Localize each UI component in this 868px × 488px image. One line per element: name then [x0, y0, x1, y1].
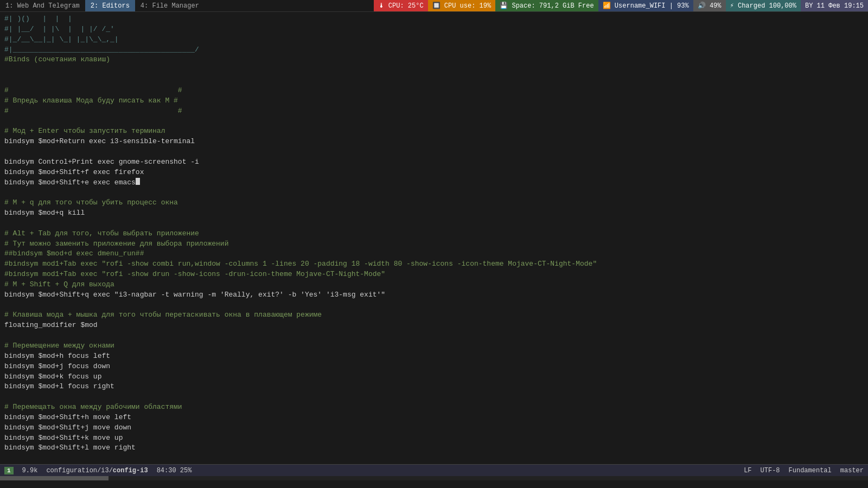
editor-line: #|_/__\__|_| \_| |_|\_\_,_|	[4, 35, 864, 45]
wifi-status: 📶 Username_WIFI | 93%	[598, 0, 693, 11]
editor-line: floating_modifier $mod	[4, 320, 864, 331]
editor[interactable]: #| )() | | |#| |__/ | |\ | | |/ /_'#|_/_…	[0, 12, 868, 464]
cpu-use-status: 🔲 CPU use: 19%	[428, 0, 496, 11]
editor-line: bindsym $mod+Shift+e exec emacs	[4, 178, 864, 188]
editor-content: #| )() | | |#| |__/ | |\ | | |/ /_'#|_/_…	[0, 12, 868, 464]
editor-line: # #	[4, 86, 864, 96]
editor-line: bindsym $mod+Shift+j move down	[4, 423, 864, 433]
editor-line: bindsym $mod+Shift+h move left	[4, 413, 864, 423]
scrollbar-thumb[interactable]	[0, 476, 108, 480]
editor-line: bindsym Control+Print exec gnome-screens…	[4, 157, 864, 168]
editor-line: bindsym $mod+j focus down	[4, 362, 864, 372]
status-bar-right: 🌡 CPU: 25°C 🔲 CPU use: 19% 💾 Space: 791,…	[374, 0, 868, 11]
editor-line	[4, 453, 864, 464]
editor-line: bindsym $mod+Shift+f exec firefox	[4, 168, 864, 178]
file-icon: 1	[4, 467, 14, 474]
topbar: 1: Web And Telegram 2: Editors 4: File M…	[0, 0, 868, 12]
editor-line	[4, 188, 864, 198]
volume-status: 🔊 49%	[693, 0, 726, 11]
git-branch: master	[840, 467, 864, 474]
editor-line: bindsym $mod+l focus right	[4, 382, 864, 392]
bottom-statusbar: 1 9.9k configuration/i3/config-i3 84:30 …	[0, 464, 868, 476]
datetime-status: BY 11 Фев 19:15	[801, 0, 868, 11]
editor-line	[4, 331, 864, 341]
cpu-temp-status: 🌡 CPU: 25°C	[374, 0, 428, 11]
editor-line: # Перемещать окна между рабочими областя…	[4, 402, 864, 413]
battery-status: ⚡ Charged 100,00%	[726, 0, 801, 11]
editor-line: # Впредь клавиша Мода буду писать как М …	[4, 96, 864, 106]
editor-line: # Клавиша мода + мышка для того чтобы пе…	[4, 310, 864, 320]
editor-line: #bindsym mod1+Tab exec "rofi -show combi…	[4, 259, 864, 269]
cpu-use-label: 🔲 CPU use: 19%	[432, 2, 492, 10]
editor-line: # M + q для того чтобы убить процесс окн…	[4, 198, 864, 208]
editor-line: # Тут можно заменить приложение для выбо…	[4, 239, 864, 249]
editor-line: bindsym $mod+k focus up	[4, 372, 864, 382]
editor-line: # M + Shift + Q для выхода	[4, 280, 864, 290]
editor-line: ##bindsym $mod+d exec dmenu_run##	[4, 249, 864, 259]
editor-mode: Fundamental	[789, 467, 832, 474]
tab-web-telegram-label: 1: Web And Telegram	[5, 2, 80, 10]
editor-line: # Alt + Tab для того, чтобы выбрать прил…	[4, 229, 864, 239]
editor-line: # Мод + Enter чтобы запустить терминал	[4, 126, 864, 137]
wifi-label: 📶 Username_WIFI | 93%	[603, 2, 689, 10]
tab-editors-label: 2: Editors	[91, 2, 130, 10]
editor-line	[4, 65, 864, 75]
eol-type: LF	[744, 467, 751, 474]
editor-line	[4, 147, 864, 157]
editor-line: # Перемещение между окнами	[4, 341, 864, 351]
datetime-label: BY 11 Фев 19:15	[805, 2, 864, 10]
tab-file-manager-label: 4: File Manager	[141, 2, 199, 10]
file-size: 9.9k	[22, 467, 38, 474]
editor-line	[4, 219, 864, 229]
status-right: LF UTF-8 Fundamental master	[744, 467, 864, 474]
editor-line	[4, 300, 864, 311]
editor-line	[4, 116, 864, 126]
encoding: UTF-8	[761, 467, 780, 474]
cpu-temp-label: 🌡 CPU: 25°C	[378, 2, 424, 10]
editor-line: #|______________________________________…	[4, 45, 864, 55]
volume-label: 🔊 49%	[698, 2, 722, 10]
editor-line: #| |__/ | |\ | | |/ /_'	[4, 24, 864, 35]
editor-line	[4, 392, 864, 402]
editor-line: #| )() | | |	[4, 14, 864, 24]
editor-line: bindsym $mod+Shift+l move right	[4, 443, 864, 453]
file-path-bold: config-i3	[113, 467, 148, 474]
editor-line: #bindsym mod1+Tab exec "rofi -show drun …	[4, 269, 864, 280]
editor-line: # M + Alt + v	[4, 464, 864, 464]
tab-editors[interactable]: 2: Editors	[85, 0, 135, 11]
editor-line: bindsym $mod+Shift+k move up	[4, 433, 864, 444]
tab-file-manager[interactable]: 4: File Manager	[135, 0, 205, 11]
cursor-position: 84:30 25%	[157, 467, 192, 474]
disk-space-status: 💾 Space: 791,2 GiB Free	[495, 0, 598, 11]
editor-line: # #	[4, 106, 864, 117]
battery-label: ⚡ Charged 100,00%	[730, 2, 796, 10]
tab-web-telegram[interactable]: 1: Web And Telegram	[0, 0, 85, 11]
editor-line: bindsym $mod+Shift+q exec "i3-nagbar -t …	[4, 290, 864, 300]
editor-line: bindsym $mod+q kill	[4, 208, 864, 219]
editor-line	[4, 75, 864, 86]
editor-line: bindsym $mod+Return exec i3-sensible-ter…	[4, 137, 864, 147]
disk-space-label: 💾 Space: 791,2 GiB Free	[500, 2, 593, 10]
editor-line: bindsym $mod+h focus left	[4, 351, 864, 362]
horizontal-scrollbar[interactable]	[0, 476, 868, 480]
file-path: configuration/i3/config-i3	[46, 467, 148, 474]
editor-line: #Binds (сочетания клавиш)	[4, 55, 864, 65]
